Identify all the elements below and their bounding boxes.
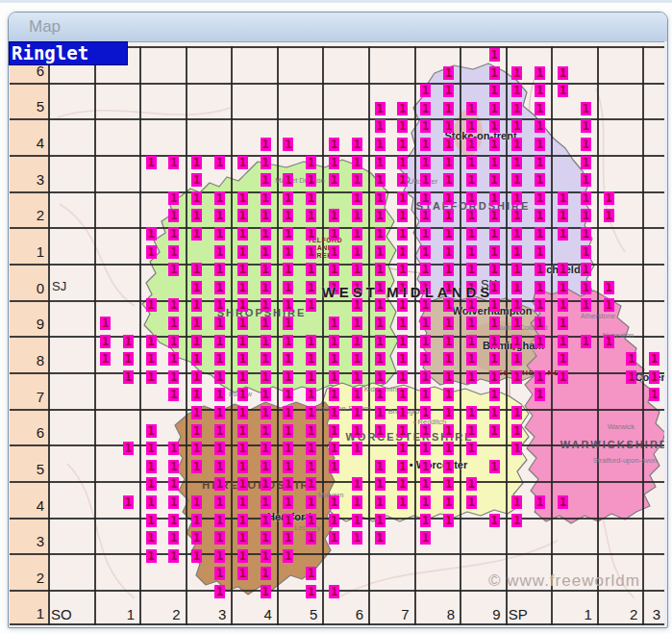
distribution-square: 1: [466, 263, 477, 276]
col-label: 7: [381, 606, 410, 622]
distribution-square: 1: [214, 549, 225, 563]
row-label: 7: [10, 389, 44, 405]
distribution-square: 1: [558, 352, 568, 366]
city-dot: [469, 134, 472, 137]
distribution-square: 1: [329, 514, 339, 527]
distribution-square: 1: [146, 531, 157, 545]
distribution-square: 1: [443, 317, 454, 330]
distribution-square: 1: [489, 424, 500, 438]
distribution-square: 1: [168, 514, 179, 527]
distribution-square: 1: [191, 495, 202, 509]
distribution-square: 1: [283, 209, 293, 222]
distribution-square: 1: [191, 298, 202, 312]
distribution-square: 1: [191, 460, 202, 473]
distribution-square: 1: [352, 209, 362, 222]
distribution-square: 1: [352, 352, 362, 366]
distribution-square: 1: [443, 102, 454, 115]
distribution-square: 1: [443, 298, 454, 312]
distribution-square: 1: [214, 514, 225, 527]
distribution-square: 1: [214, 585, 225, 598]
distribution-square: 1: [237, 352, 248, 366]
distribution-square: 1: [191, 442, 202, 455]
distribution-square: 1: [191, 388, 202, 401]
distribution-square: 1: [237, 298, 248, 312]
distribution-square: 1: [352, 477, 362, 491]
distribution-square: 1: [214, 442, 225, 455]
distribution-square: 1: [329, 442, 339, 455]
distribution-square: 1: [397, 119, 408, 133]
distribution-square: 1: [489, 227, 500, 241]
distribution-square: 1: [237, 245, 248, 259]
distribution-square: 1: [466, 406, 477, 419]
distribution-square: 1: [466, 102, 477, 115]
distribution-square: 1: [443, 442, 454, 455]
distribution-square: 1: [352, 531, 362, 545]
distribution-square: 1: [375, 531, 386, 545]
distribution-square: 1: [466, 227, 477, 241]
distribution-square: 1: [397, 335, 408, 348]
distribution-square: 1: [535, 263, 545, 276]
distribution-square: 1: [352, 388, 362, 401]
distribution-square: 1: [100, 335, 111, 348]
distribution-square: 1: [443, 477, 454, 491]
distribution-square: 1: [146, 442, 157, 455]
distribution-square: 1: [581, 263, 591, 276]
distribution-square: 1: [191, 209, 202, 222]
distribution-square: 1: [466, 335, 477, 348]
distribution-square: 1: [146, 370, 157, 384]
distribution-square: 1: [306, 406, 316, 419]
map-canvas[interactable]: 6543210987654321SO123456789SP123SJSK Sto…: [10, 41, 664, 626]
distribution-square: 1: [237, 514, 248, 527]
distribution-square: 1: [558, 281, 568, 294]
window-titlebar[interactable]: Map: [9, 13, 667, 41]
distribution-square: 1: [191, 406, 202, 419]
species-name-label[interactable]: Ringlet: [9, 41, 128, 65]
distribution-square: 1: [397, 495, 408, 509]
distribution-square: 1: [329, 245, 339, 259]
watermark: © www.freeworldm: [488, 571, 640, 591]
distribution-square: 1: [466, 442, 477, 455]
row-label: 3: [10, 533, 44, 549]
distribution-square: 1: [352, 424, 362, 438]
col-label: SO: [51, 606, 72, 622]
distribution-square: 1: [214, 460, 225, 473]
distribution-square: 1: [283, 245, 293, 259]
distribution-square: 1: [306, 585, 316, 598]
distribution-square: 1: [604, 335, 614, 348]
distribution-square: 1: [306, 388, 316, 401]
distribution-square: 1: [420, 388, 431, 401]
distribution-square: 1: [420, 156, 431, 169]
distribution-square: 1: [649, 352, 660, 366]
distribution-square: 1: [443, 245, 454, 259]
distribution-square: 1: [352, 227, 362, 241]
distribution-square: 1: [397, 424, 408, 438]
distribution-square: 1: [397, 352, 408, 366]
distribution-square: 1: [466, 209, 477, 222]
distribution-square: 1: [466, 156, 477, 169]
distribution-square: 1: [420, 495, 431, 509]
distribution-square: 1: [443, 263, 454, 276]
distribution-square: 1: [191, 281, 202, 294]
distribution-square: 1: [420, 209, 431, 222]
distribution-square: 1: [283, 317, 293, 330]
distribution-square: 1: [443, 138, 454, 151]
col-label: 1: [106, 606, 135, 622]
row-label: 6: [10, 424, 44, 441]
distribution-square: 1: [375, 191, 386, 205]
distribution-square: 1: [535, 370, 545, 384]
distribution-square: 1: [375, 460, 386, 473]
distribution-square: 1: [466, 352, 477, 366]
distribution-square: 1: [146, 514, 157, 527]
distribution-square: 1: [511, 424, 522, 438]
distribution-square: 1: [123, 352, 134, 366]
distribution-square: 1: [214, 156, 225, 169]
distribution-square: 1: [261, 317, 271, 330]
distribution-square: 1: [558, 66, 568, 80]
row-label: 0: [10, 280, 44, 296]
distribution-square: 1: [352, 173, 362, 187]
distribution-square: 1: [168, 245, 179, 259]
distribution-square: 1: [214, 335, 225, 348]
distribution-square: 1: [511, 352, 522, 366]
distribution-square: 1: [489, 119, 500, 133]
distribution-square: 1: [283, 263, 293, 276]
